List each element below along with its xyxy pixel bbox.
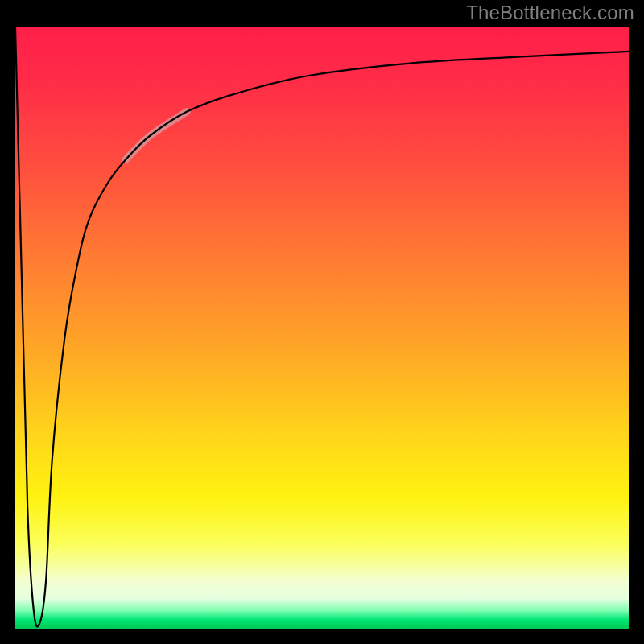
chart-container: TheBottleneck.com [0, 0, 644, 644]
attribution-text: TheBottleneck.com [466, 2, 634, 24]
bottleneck-curve [15, 27, 629, 627]
plot-frame [14, 26, 630, 630]
highlight-segment [126, 112, 187, 160]
curve-svg [15, 27, 629, 629]
